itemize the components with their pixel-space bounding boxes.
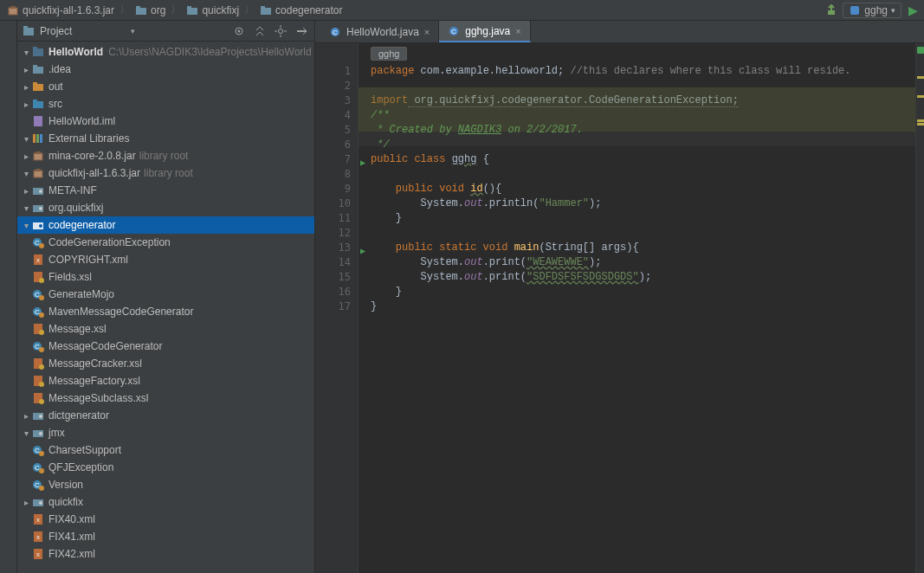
- tree-file[interactable]: XFIX42.xml: [17, 545, 314, 563]
- chevron-down-icon[interactable]: ▾: [21, 428, 31, 438]
- tree-file[interactable]: CGenerateMojo: [17, 286, 314, 303]
- tree-external-libraries[interactable]: ▾ External Libraries: [17, 130, 314, 147]
- line-number[interactable]: 10: [315, 196, 351, 211]
- code-area[interactable]: package com.example.helloworld; //this d…: [359, 43, 915, 573]
- chevron-right-icon[interactable]: ▸: [21, 82, 31, 92]
- tree-file[interactable]: CVersion: [17, 476, 314, 493]
- svg-rect-7: [261, 6, 265, 9]
- breadcrumb-item-jar[interactable]: quickfixj-all-1.6.3.jar: [5, 4, 116, 16]
- chevron-right-icon[interactable]: ▸: [21, 151, 31, 161]
- tree-file[interactable]: MessageSubclass.xsl: [17, 390, 314, 407]
- svg-rect-22: [33, 67, 43, 74]
- tree-file[interactable]: XFIX40.xml: [17, 511, 314, 528]
- close-icon[interactable]: ×: [424, 27, 430, 37]
- warning-mark[interactable]: [917, 76, 924, 79]
- tree-file[interactable]: MessageCracker.xsl: [17, 355, 314, 372]
- chevron-down-icon[interactable]: ▾: [21, 169, 31, 178]
- svg-point-59: [39, 347, 44, 352]
- line-number[interactable]: 4: [315, 108, 351, 123]
- chevron-right-icon[interactable]: ▸: [21, 411, 31, 421]
- breadcrumb-item-quickfixj[interactable]: quickfixj: [184, 4, 241, 16]
- tree-lib-mina[interactable]: ▸ mina-core-2.0.8.jar library root: [17, 147, 314, 164]
- line-number[interactable]: 2: [315, 79, 351, 93]
- editor-body[interactable]: gghg 1234567891011121314151617 ▶ ▶ packa…: [315, 43, 924, 573]
- close-icon[interactable]: ×: [515, 26, 520, 36]
- line-number[interactable]: 1: [315, 64, 351, 79]
- project-tool-header: Project ▾: [17, 21, 314, 42]
- make-project-icon[interactable]: [825, 4, 837, 16]
- tree-root-project[interactable]: ▾ HelloWorld C:\Users\NAGDIK3\IdeaProjec…: [17, 43, 314, 61]
- line-number[interactable]: 13: [315, 241, 351, 255]
- line-number[interactable]: 6: [315, 138, 351, 152]
- tree-file[interactable]: Fields.xsl: [17, 268, 314, 286]
- run-config-selector[interactable]: gghg ▾: [843, 3, 901, 18]
- line-number[interactable]: 11: [315, 211, 351, 226]
- project-tree[interactable]: ▾ HelloWorld C:\Users\NAGDIK3\IdeaProjec…: [17, 42, 314, 573]
- folder-icon: [260, 4, 272, 16]
- tree-file[interactable]: XFIX41.xml: [17, 528, 314, 545]
- tree-pkg-metainf[interactable]: ▸ META-INF: [17, 182, 314, 199]
- line-number[interactable]: 9: [315, 182, 351, 196]
- breadcrumb-item-codegenerator[interactable]: codegenerator: [258, 4, 344, 16]
- tree-pkg-quickfix[interactable]: ▸ quickfix: [17, 493, 314, 511]
- settings-icon[interactable]: [273, 23, 288, 39]
- line-number[interactable]: 8: [315, 167, 351, 182]
- chevron-right-icon[interactable]: ▸: [21, 498, 31, 507]
- chevron-down-icon[interactable]: ▾: [131, 27, 135, 35]
- collapse-all-icon[interactable]: [252, 23, 268, 39]
- jar-icon: [31, 149, 45, 163]
- tree-file[interactable]: XCOPYRIGHT.xml: [17, 251, 314, 268]
- tab-gghg[interactable]: C gghg.java ×: [439, 21, 530, 42]
- chevron-right-icon[interactable]: ▸: [21, 65, 31, 74]
- tree-file[interactable]: CCodeGenerationException: [17, 234, 314, 251]
- svg-point-37: [39, 190, 42, 193]
- warning-mark[interactable]: [917, 123, 924, 126]
- tree-item-iml[interactable]: HelloWorld.iml: [17, 113, 314, 130]
- tree-item-out[interactable]: ▸ out: [17, 78, 314, 95]
- chevron-right-icon[interactable]: ▸: [21, 100, 31, 109]
- line-number[interactable]: 3: [315, 93, 351, 108]
- tree-pkg-jmx[interactable]: ▾ jmx: [17, 424, 314, 441]
- run-button[interactable]: ▶: [907, 4, 919, 16]
- tab-label: HelloWorld.java: [346, 26, 419, 38]
- breadcrumb-item-org[interactable]: org: [133, 4, 167, 16]
- line-number[interactable]: 5: [315, 123, 351, 138]
- tree-item-idea[interactable]: ▸ .idea: [17, 61, 314, 78]
- tab-helloworld[interactable]: C HelloWorld.java ×: [320, 21, 439, 42]
- svg-point-13: [238, 29, 241, 32]
- project-tool-title: Project: [40, 25, 126, 37]
- tree-file[interactable]: MessageFactory.xsl: [17, 372, 314, 390]
- tree-label: FIX42.xml: [48, 548, 95, 560]
- chevron-right-icon[interactable]: ▸: [21, 186, 31, 196]
- hide-tool-window-icon[interactable]: [294, 23, 309, 39]
- warning-mark[interactable]: [917, 119, 924, 122]
- chevron-down-icon[interactable]: ▾: [21, 48, 31, 57]
- editor-gutter[interactable]: 1234567891011121314151617 ▶ ▶: [315, 43, 359, 573]
- line-number[interactable]: 12: [315, 226, 351, 241]
- tree-item-src[interactable]: ▸ src: [17, 95, 314, 113]
- chevron-down-icon[interactable]: ▾: [21, 203, 31, 213]
- line-number[interactable]: 16: [315, 285, 351, 299]
- toolwindow-stripe[interactable]: [0, 21, 17, 573]
- line-number[interactable]: 15: [315, 270, 351, 285]
- line-number[interactable]: 17: [315, 299, 351, 314]
- tree-file[interactable]: CCharsetSupport: [17, 441, 314, 459]
- tree-label: MessageCodeGenerator: [48, 340, 162, 352]
- line-number[interactable]: 7: [315, 152, 351, 167]
- chevron-down-icon[interactable]: ▾: [21, 221, 31, 230]
- warning-mark[interactable]: [917, 95, 924, 98]
- tree-pkg-orgquickfixj[interactable]: ▾ org.quickfixj: [17, 199, 314, 216]
- tree-lib-qfj[interactable]: ▾ quickfixj-all-1.6.3.jar library root: [17, 164, 314, 182]
- error-stripe[interactable]: [915, 43, 924, 573]
- tree-file[interactable]: CMessageCodeGenerator: [17, 338, 314, 355]
- tree-file[interactable]: CMavenMessageCodeGenerator: [17, 303, 314, 320]
- chevron-down-icon[interactable]: ▾: [21, 134, 31, 144]
- tree-file[interactable]: CQFJException: [17, 459, 314, 476]
- line-number[interactable]: 14: [315, 255, 351, 270]
- libraries-icon: [31, 132, 45, 145]
- tree-file[interactable]: Message.xsl: [17, 320, 314, 338]
- tree-pkg-dictgenerator[interactable]: ▸ dictgenerator: [17, 407, 314, 424]
- autoscroll-to-source-icon[interactable]: [231, 23, 247, 39]
- tree-pkg-codegenerator[interactable]: ▾ codegenerator: [17, 216, 314, 234]
- breadcrumb-label: quickfixj: [202, 4, 239, 16]
